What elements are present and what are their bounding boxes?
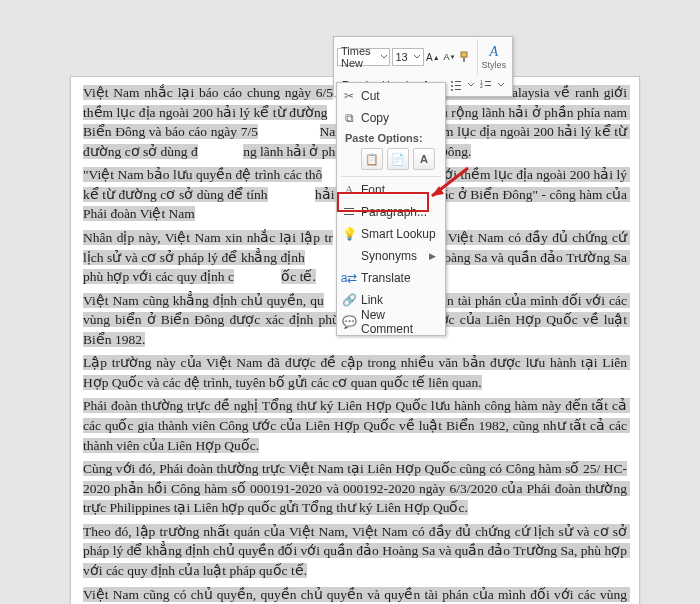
svg-rect-1 [463, 57, 465, 62]
paste-merge-button[interactable]: 📄 [387, 148, 409, 170]
translate-icon: a⇄ [337, 271, 361, 285]
styles-icon: A [489, 44, 498, 60]
numbering-button[interactable]: 12 [477, 76, 495, 94]
paragraph-7: Cùng với đó, Phái đoàn thường trực Việt … [83, 459, 627, 518]
shrink-font-button[interactable]: A▼ [442, 48, 457, 66]
context-menu: ✂ Cut ⧉ Copy Paste Options: 📋 📄 A A Font… [336, 82, 446, 336]
menu-cut[interactable]: ✂ Cut [337, 85, 445, 107]
svg-rect-13 [344, 211, 352, 212]
link-icon: 🔗 [337, 293, 361, 307]
paste-text-only-button[interactable]: A [413, 148, 435, 170]
svg-rect-7 [455, 89, 461, 90]
svg-point-2 [451, 81, 453, 83]
format-painter-button[interactable] [459, 48, 474, 66]
svg-point-4 [451, 85, 453, 87]
svg-point-6 [451, 89, 453, 91]
svg-text:2: 2 [480, 83, 483, 89]
chevron-down-icon[interactable] [467, 82, 475, 88]
chevron-down-icon[interactable] [497, 82, 505, 88]
paragraph-5: Lập trường này của Việt Nam đã được đề c… [83, 353, 627, 392]
copy-icon: ⧉ [337, 111, 361, 125]
font-size-value: 13 [393, 51, 411, 63]
paste-options-header: Paste Options: [337, 129, 445, 146]
svg-rect-5 [455, 85, 461, 86]
menu-synonyms[interactable]: Synonyms ▶ [337, 245, 445, 267]
svg-rect-12 [344, 208, 354, 209]
chevron-right-icon: ▶ [429, 251, 439, 261]
menu-smart-lookup[interactable]: 💡 Smart Lookup [337, 223, 445, 245]
menu-translate[interactable]: a⇄ Translate [337, 267, 445, 289]
svg-rect-9 [485, 81, 491, 82]
paragraph-9: Việt Nam cũng có chủ quyền, quyền chủ qu… [83, 585, 627, 605]
grow-font-button[interactable]: A▲ [426, 48, 441, 66]
comment-icon: 💬 [337, 315, 361, 329]
menu-separator [341, 176, 441, 177]
paste-keep-formatting-button[interactable]: 📋 [361, 148, 383, 170]
menu-font[interactable]: A Font... [337, 179, 445, 201]
svg-rect-14 [344, 214, 354, 215]
paragraph-icon [337, 206, 361, 218]
styles-button[interactable]: A Styles [477, 39, 509, 75]
svg-rect-11 [485, 85, 491, 86]
chevron-down-icon[interactable] [411, 49, 423, 65]
paragraph-8: Theo đó, lập trường nhất quán của Việt N… [83, 522, 627, 581]
svg-rect-0 [461, 52, 467, 57]
menu-new-comment[interactable]: 💬 New Comment [337, 311, 445, 333]
font-icon: A [337, 183, 361, 198]
lightbulb-icon: 💡 [337, 227, 361, 241]
font-name-value: Times New [338, 45, 379, 69]
paste-options-row: 📋 📄 A [337, 146, 445, 174]
menu-paragraph[interactable]: Paragraph... [337, 201, 445, 223]
scissors-icon: ✂ [337, 89, 361, 103]
chevron-down-icon[interactable] [379, 49, 388, 65]
paragraph-6: Phái đoàn thường trực đề nghị Tổng thư k… [83, 396, 627, 455]
font-name-combo[interactable]: Times New [337, 48, 390, 66]
svg-rect-3 [455, 81, 461, 82]
font-size-combo[interactable]: 13 [392, 48, 424, 66]
styles-label: Styles [481, 60, 506, 70]
menu-copy[interactable]: ⧉ Copy [337, 107, 445, 129]
bullets-button[interactable] [447, 76, 465, 94]
